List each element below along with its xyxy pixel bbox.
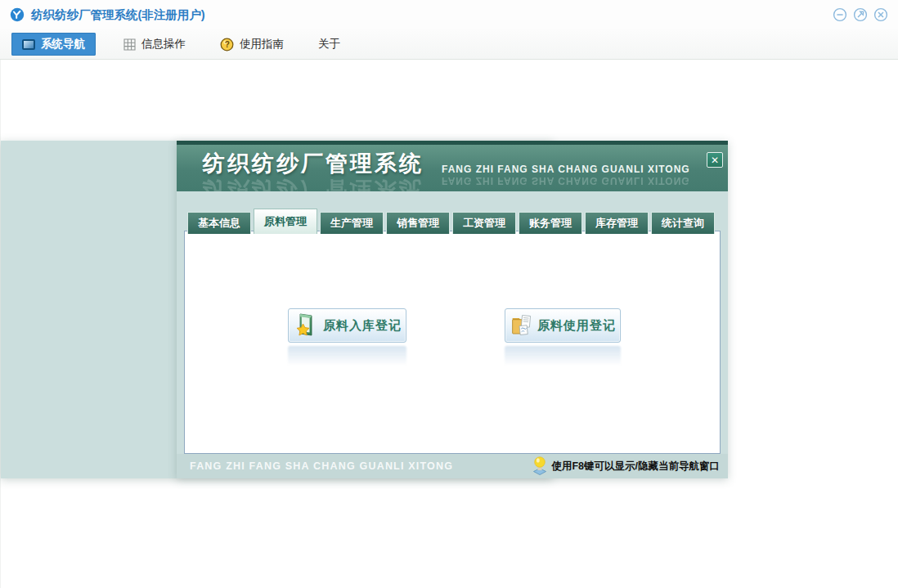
footer-tip: 使用F8键可以显示/隐藏当前导航窗口 xyxy=(532,456,720,477)
toolbar-item-info-ops[interactable]: 信息操作 xyxy=(117,33,192,56)
window-titlebar: 纺织纺纱厂管理系统(非注册用户) xyxy=(0,0,898,29)
app-logo-icon xyxy=(10,7,25,22)
dialog-subtitle: FANG ZHI FANG SHA CHANG GUANLI XITONG xyxy=(442,164,690,175)
dialog-title: 纺织纺纱厂管理系统 xyxy=(203,149,424,178)
tab-accounting[interactable]: 账务管理 xyxy=(519,212,582,234)
dialog-subtitle-reflection: FANG ZHI FANG SHA CHANG GUANLI XITONG xyxy=(442,175,690,186)
lightbulb-icon xyxy=(532,456,548,477)
minimize-button-icon[interactable] xyxy=(833,7,847,22)
toolbar-item-label: 系统导航 xyxy=(41,37,85,52)
action-button-label: 原料入库登记 xyxy=(323,318,402,334)
green-folder-star-icon xyxy=(293,312,321,339)
main-toolbar: 系统导航 信息操作 ? 使用指南 关于 xyxy=(0,29,898,60)
app-window: 纺织纺纱厂管理系统(非注册用户) 系统导航 xyxy=(0,0,898,588)
button-reflection xyxy=(288,346,406,366)
tab-statistics[interactable]: 统计查询 xyxy=(651,212,715,234)
monitor-icon xyxy=(22,39,35,50)
toolbar-item-system-nav[interactable]: 系统导航 xyxy=(11,33,96,56)
window-title: 纺织纺纱厂管理系统(非注册用户) xyxy=(31,7,205,23)
grid-icon xyxy=(123,38,136,51)
dialog-close-icon[interactable]: ✕ xyxy=(707,152,723,168)
tab-production[interactable]: 生产管理 xyxy=(320,212,384,234)
dialog-title-reflection: 纺织纺纱厂管理系统 xyxy=(203,175,424,191)
dialog-header: 纺织纺纱厂管理系统 纺织纺纱厂管理系统 FANG ZHI FANG SHA CH… xyxy=(177,145,728,191)
tab-sales[interactable]: 销售管理 xyxy=(386,212,450,234)
dialog-content-panel xyxy=(184,231,721,454)
raw-material-inbound-button[interactable]: 原料入库登记 xyxy=(288,308,406,343)
action-button-label: 原料使用登记 xyxy=(537,318,616,334)
toolbar-item-user-guide[interactable]: ? 使用指南 xyxy=(213,33,290,56)
dialog-footer: FANG ZHI FANG SHA CHANG GUANLI XITONG 使用… xyxy=(177,454,728,478)
footer-tip-text: 使用F8键可以显示/隐藏当前导航窗口 xyxy=(551,460,720,474)
toolbar-item-label: 信息操作 xyxy=(141,37,186,52)
window-controls xyxy=(833,7,888,22)
tab-wages[interactable]: 工资管理 xyxy=(452,212,516,234)
tab-basic-info[interactable]: 基本信息 xyxy=(187,212,251,234)
footer-latin-text: FANG ZHI FANG SHA CHANG GUANLI XITONG xyxy=(190,460,453,472)
svg-text:?: ? xyxy=(225,40,230,49)
maximize-button-icon[interactable] xyxy=(853,7,868,22)
tab-raw-material[interactable]: 原料管理 xyxy=(254,209,317,234)
tab-inventory[interactable]: 库存管理 xyxy=(585,212,649,234)
raw-material-usage-button[interactable]: 原料使用登记 xyxy=(505,308,621,343)
yellow-folder-docs-icon xyxy=(510,312,535,339)
coin-icon: ? xyxy=(220,38,234,52)
navigator-dialog: 纺织纺纱厂管理系统 纺织纺纱厂管理系统 FANG ZHI FANG SHA CH… xyxy=(177,141,728,478)
toolbar-item-label: 关于 xyxy=(318,37,340,52)
toolbar-item-label: 使用指南 xyxy=(240,37,284,52)
toolbar-item-about[interactable]: 关于 xyxy=(312,33,347,56)
close-button-icon[interactable] xyxy=(873,7,888,22)
dialog-tab-bar: 基本信息 原料管理 生产管理 销售管理 工资管理 账务管理 库存管理 统计查询 xyxy=(187,209,717,234)
button-reflection xyxy=(505,346,621,366)
